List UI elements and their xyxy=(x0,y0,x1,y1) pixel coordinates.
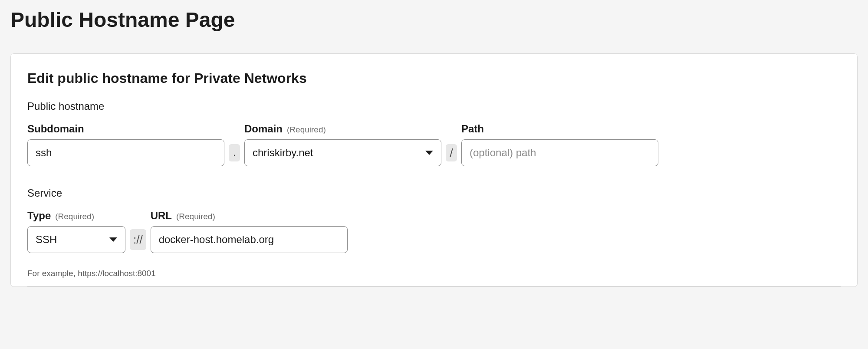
domain-select-value: chriskirby.net xyxy=(253,147,313,159)
hostname-card: Edit public hostname for Private Network… xyxy=(10,53,858,287)
url-field-group: URL (Required) xyxy=(151,210,348,253)
path-field-group: Path xyxy=(461,123,658,166)
domain-select[interactable]: chriskirby.net xyxy=(244,139,441,166)
type-select[interactable]: SSH xyxy=(27,226,125,253)
type-label: Type xyxy=(27,210,51,222)
url-input[interactable] xyxy=(151,226,348,253)
path-label: Path xyxy=(461,123,484,135)
domain-label: Domain xyxy=(244,123,283,135)
type-label-row: Type (Required) xyxy=(27,210,125,222)
type-required-tag: (Required) xyxy=(55,212,94,221)
scheme-separator: :// xyxy=(130,229,146,250)
path-label-row: Path xyxy=(461,123,658,135)
url-label: URL xyxy=(151,210,172,222)
dot-separator: . xyxy=(229,144,240,161)
url-required-tag: (Required) xyxy=(176,212,215,221)
card-divider xyxy=(27,286,841,286)
type-select-value: SSH xyxy=(36,234,57,246)
domain-label-row: Domain (Required) xyxy=(244,123,441,135)
page-title: Public Hostname Page xyxy=(0,0,868,41)
caret-down-icon xyxy=(109,237,117,242)
slash-separator: / xyxy=(446,144,457,161)
service-field-row: Type (Required) SSH :// URL (Required) xyxy=(27,210,841,253)
card-heading: Edit public hostname for Private Network… xyxy=(27,70,841,86)
service-section-label: Service xyxy=(27,187,841,199)
hostname-field-row: Subdomain . Domain (Required) chriskirby… xyxy=(27,123,841,166)
domain-field-group: Domain (Required) chriskirby.net xyxy=(244,123,441,166)
subdomain-input[interactable] xyxy=(27,139,224,166)
caret-down-icon xyxy=(425,151,433,155)
url-label-row: URL (Required) xyxy=(151,210,348,222)
domain-required-tag: (Required) xyxy=(287,125,326,135)
path-input[interactable] xyxy=(461,139,658,166)
type-field-group: Type (Required) SSH xyxy=(27,210,125,253)
public-hostname-section-label: Public hostname xyxy=(27,100,841,112)
example-text: For example, https://localhost:8001 xyxy=(27,269,841,278)
subdomain-label: Subdomain xyxy=(27,123,84,135)
subdomain-label-row: Subdomain xyxy=(27,123,224,135)
subdomain-field-group: Subdomain xyxy=(27,123,224,166)
